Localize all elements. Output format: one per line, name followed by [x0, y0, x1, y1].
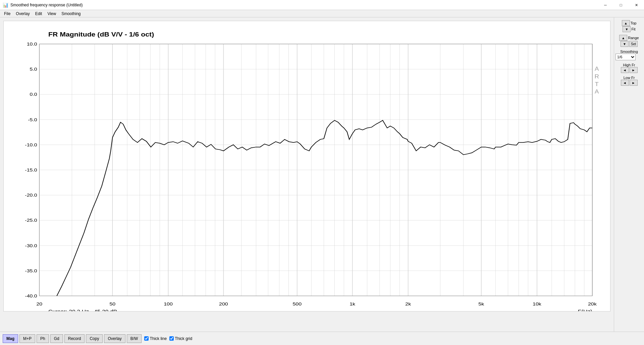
- svg-text:-40.0: -40.0: [25, 293, 37, 298]
- svg-text:200: 200: [219, 301, 228, 306]
- low-fr-section: Low Fr ◄ ►: [615, 76, 643, 86]
- svg-text:20: 20: [36, 301, 42, 306]
- svg-text:10.0: 10.0: [27, 42, 37, 47]
- svg-text:-5.0: -5.0: [28, 117, 37, 122]
- menu-bar: File Overlay Edit View Smoothing: [0, 10, 644, 17]
- mag-button[interactable]: Mag: [3, 334, 18, 343]
- top-down-button[interactable]: ▼: [623, 26, 631, 32]
- menu-overlay[interactable]: Overlay: [13, 11, 32, 17]
- svg-text:Cursor: 20.2 Hz, -45.20 dB: Cursor: 20.2 Hz, -45.20 dB: [48, 308, 117, 312]
- svg-text:-20.0: -20.0: [25, 193, 37, 198]
- svg-text:50: 50: [110, 301, 116, 306]
- set-button[interactable]: Set: [629, 41, 638, 47]
- range-label: Range: [628, 36, 639, 40]
- thick-grid-check[interactable]: Thick grid: [169, 336, 192, 341]
- svg-text:-35.0: -35.0: [25, 268, 37, 273]
- gd-button[interactable]: Gd: [50, 334, 63, 343]
- smoothing-section: Smoothing None 1/48 1/24 1/12 1/6 1/3 1/…: [615, 50, 643, 60]
- smoothing-label: Smoothing: [615, 50, 643, 54]
- menu-smoothing[interactable]: Smoothing: [59, 11, 83, 17]
- high-fr-left-button[interactable]: ◄: [621, 67, 629, 73]
- thick-line-check[interactable]: Thick line: [144, 336, 167, 341]
- range-section: ▲ Range ▼ Set: [615, 35, 643, 47]
- thick-grid-label: Thick grid: [175, 336, 192, 341]
- svg-text:1k: 1k: [350, 301, 355, 306]
- overlay-button[interactable]: Overlay: [104, 334, 125, 343]
- window-controls: ─ □ ✕: [598, 0, 644, 10]
- low-fr-left-button[interactable]: ◄: [621, 80, 629, 86]
- svg-text:R: R: [594, 73, 599, 79]
- menu-view[interactable]: View: [45, 11, 59, 17]
- fit-label: Fit: [631, 27, 635, 31]
- bottom-toolbar: Mag M+P Ph Gd Record Copy Overlay B/W Th…: [0, 332, 644, 345]
- low-fr-right-button[interactable]: ►: [630, 80, 638, 86]
- low-fr-label: Low Fr: [615, 76, 643, 80]
- close-button[interactable]: ✕: [629, 0, 644, 10]
- record-button[interactable]: Record: [64, 334, 85, 343]
- svg-text:A: A: [595, 66, 599, 72]
- top-row: ▲ Top: [615, 20, 643, 26]
- title-bar: 📊 Smoothed frequency response (Untitled)…: [0, 0, 644, 10]
- range-down-button[interactable]: ▼: [621, 41, 629, 47]
- svg-text:-25.0: -25.0: [25, 218, 37, 223]
- right-panel: ▲ Top ▼ Fit ▲ Range ▼ Set Smoothing None…: [614, 17, 644, 332]
- smoothing-select[interactable]: None 1/48 1/24 1/12 1/6 1/3 1/1: [615, 54, 636, 60]
- ph-button[interactable]: Ph: [37, 334, 49, 343]
- bw-button[interactable]: B/W: [127, 334, 142, 343]
- high-fr-right-button[interactable]: ►: [630, 67, 638, 73]
- svg-text:-30.0: -30.0: [25, 243, 37, 248]
- menu-file[interactable]: File: [1, 11, 13, 17]
- top-section: ▲ Top ▼ Fit: [615, 20, 643, 32]
- svg-text:0.0: 0.0: [30, 92, 37, 97]
- svg-text:T: T: [595, 81, 599, 87]
- svg-text:500: 500: [292, 301, 302, 306]
- svg-text:10k: 10k: [533, 301, 541, 306]
- thick-line-checkbox[interactable]: [144, 336, 149, 341]
- svg-text:5k: 5k: [478, 301, 484, 306]
- maximize-button[interactable]: □: [613, 0, 629, 10]
- svg-text:2k: 2k: [405, 301, 411, 306]
- copy-button[interactable]: Copy: [86, 334, 103, 343]
- svg-text:A: A: [595, 89, 599, 95]
- svg-text:-10.0: -10.0: [25, 142, 37, 147]
- high-fr-section: High Fr ◄ ►: [615, 63, 643, 73]
- app-icon: 📊: [3, 2, 8, 8]
- svg-text:F(Hz): F(Hz): [578, 308, 592, 312]
- thick-grid-checkbox[interactable]: [169, 336, 174, 341]
- mph-button[interactable]: M+P: [19, 334, 35, 343]
- high-fr-label: High Fr: [615, 63, 643, 67]
- main-area: FR Magnitude (dB V/V - 1/6 oct) A R T A: [0, 17, 644, 332]
- window-title: Smoothed frequency response (Untitled): [10, 3, 641, 7]
- svg-text:20k: 20k: [588, 301, 597, 306]
- menu-edit[interactable]: Edit: [33, 11, 45, 17]
- top-label: Top: [631, 21, 637, 25]
- frequency-chart[interactable]: FR Magnitude (dB V/V - 1/6 oct) A R T A: [3, 21, 610, 312]
- svg-text:100: 100: [164, 301, 173, 306]
- svg-text:5.0: 5.0: [30, 67, 37, 72]
- top-up-button[interactable]: ▲: [622, 20, 630, 26]
- thick-line-label: Thick line: [150, 336, 167, 341]
- chart-title: FR Magnitude (dB V/V - 1/6 oct): [48, 31, 154, 38]
- svg-text:-15.0: -15.0: [25, 167, 37, 172]
- fit-row: ▼ Fit: [615, 26, 643, 32]
- chart-area: FR Magnitude (dB V/V - 1/6 oct) A R T A: [0, 17, 614, 332]
- range-up-button[interactable]: ▲: [619, 35, 627, 41]
- minimize-button[interactable]: ─: [598, 0, 613, 10]
